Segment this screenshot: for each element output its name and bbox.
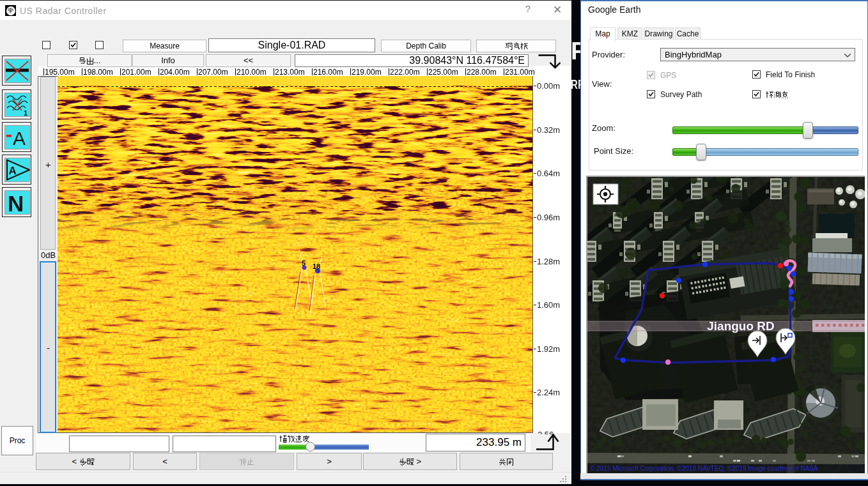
svg-text:A: A [13,128,26,149]
svg-text:N: N [8,191,24,215]
svg-text:A: A [9,165,17,177]
svg-text:1: 1 [24,109,27,117]
svg-text:© 2019 Microsoft Corporation,: © 2019 Microsoft Corporation, ©2019 NAVT… [590,465,818,472]
svg-text:Jianguo RD: Jianguo RD [707,319,775,333]
